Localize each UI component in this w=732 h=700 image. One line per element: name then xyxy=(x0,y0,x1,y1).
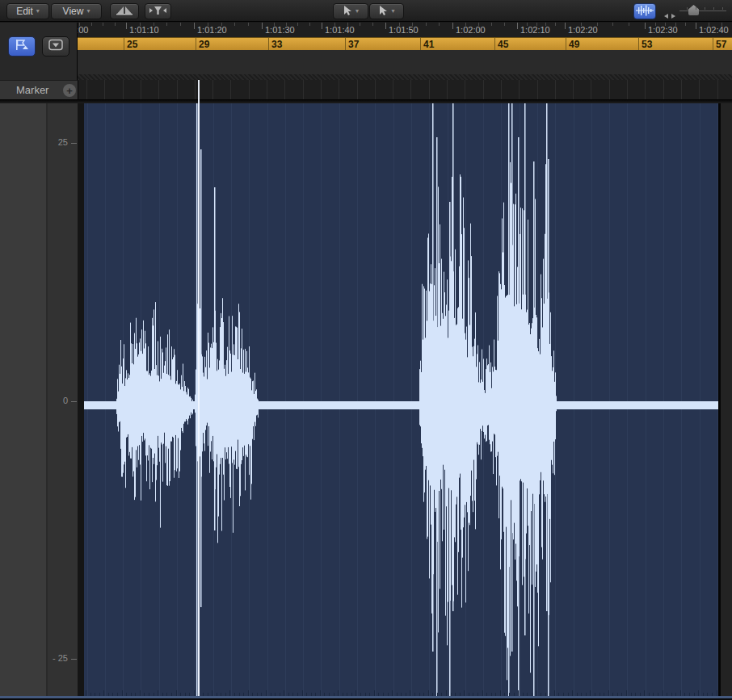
crossfade-tool-button[interactable] xyxy=(110,3,139,19)
add-marker-button[interactable]: + xyxy=(63,84,76,97)
marker-lane-gridline xyxy=(410,80,411,99)
zoom-slider-track[interactable] xyxy=(679,10,726,11)
bar-ruler-label: 57 xyxy=(716,39,726,50)
time-ruler-minor-tick xyxy=(655,23,656,26)
time-ruler-minor-tick xyxy=(685,23,686,26)
marker-lane-gridline xyxy=(375,80,376,99)
time-ruler-minor-tick xyxy=(426,23,427,26)
time-ruler-minor-tick xyxy=(465,23,466,26)
marker-lane-gridline xyxy=(483,80,484,99)
zoom-slider-tick xyxy=(687,7,688,10)
time-ruler-tick xyxy=(126,23,127,29)
time-ruler-minor-tick xyxy=(545,23,546,26)
track-disclosure-button[interactable] xyxy=(42,36,69,57)
marker-lane-gridline xyxy=(699,80,700,99)
command-click-tool-button[interactable]: ▾ xyxy=(369,3,404,19)
marker-lane-gridline xyxy=(681,80,682,99)
zoom-slider-tick xyxy=(722,7,723,10)
marker-lane-gridline xyxy=(501,80,502,99)
marker-lane-gridline xyxy=(519,80,520,99)
time-ruler-tick xyxy=(645,23,646,29)
marker-lane-gridline xyxy=(537,80,538,99)
waveform-display[interactable] xyxy=(84,103,718,696)
amplitude-scale-label: - 25 xyxy=(0,653,68,663)
marker-lane-gridline xyxy=(429,80,430,99)
pointer-icon xyxy=(378,5,388,19)
playhead[interactable] xyxy=(198,80,200,696)
time-ruler-minor-tick xyxy=(297,23,298,26)
bar-ruler[interactable]: 252933374145495357 xyxy=(78,37,732,50)
bar-ruler-label: 45 xyxy=(498,39,508,50)
marker-lane-gridline xyxy=(555,80,556,99)
amplitude-scale-dash xyxy=(71,143,77,144)
marker-lane-gridline xyxy=(195,80,196,99)
view-menu-button[interactable]: View ▾ xyxy=(51,3,102,19)
time-ruler-label: 1:02:30 xyxy=(648,25,678,35)
edit-menu-label: Edit xyxy=(16,6,33,17)
catch-playhead-button[interactable] xyxy=(145,3,171,19)
marker-lane-gridline xyxy=(158,80,159,99)
marker-lane-gridline xyxy=(663,80,664,99)
bar-ruler-tick xyxy=(420,38,421,50)
marker-lane-gridline xyxy=(573,80,574,99)
time-ruler-minor-tick xyxy=(166,23,167,26)
time-ruler-label: 1:01:10 xyxy=(129,25,159,35)
chevron-down-icon: ▾ xyxy=(355,8,359,15)
amplitude-scale-label: 25 xyxy=(0,137,68,147)
time-ruler-minor-tick xyxy=(665,23,666,26)
time-ruler-minor-tick xyxy=(439,23,440,26)
bar-ruler-tick xyxy=(345,38,346,50)
time-ruler-minor-tick xyxy=(597,23,598,26)
time-ruler-minor-tick xyxy=(334,23,335,26)
time-ruler-minor-tick xyxy=(208,23,208,26)
time-ruler-minor-tick xyxy=(180,23,181,26)
time-ruler-tick xyxy=(452,23,453,29)
scale-wave-divider xyxy=(78,103,84,696)
time-ruler[interactable]: 1:001:01:101:01:201:01:301:01:401:01:501… xyxy=(78,23,732,37)
marker-lane-gridline xyxy=(284,80,285,99)
time-ruler-minor-tick xyxy=(221,23,222,26)
time-ruler-minor-tick xyxy=(612,23,613,26)
bar-ruler-tick xyxy=(566,38,566,50)
time-ruler-label: 1:01:30 xyxy=(265,25,295,35)
left-click-tool-button[interactable]: ▾ xyxy=(333,3,368,19)
region-row: ▶ Lägger mig ner_2#03.1 xyxy=(78,50,732,74)
time-ruler-label: 1:01:20 xyxy=(197,25,227,35)
bar-ruler-tick xyxy=(494,38,495,50)
right-gutter xyxy=(721,103,732,696)
time-ruler-minor-tick xyxy=(154,23,154,26)
marker-lane-gridline xyxy=(104,80,105,99)
waveform-zoom-button[interactable] xyxy=(633,3,656,19)
amplitude-scale-label: 0 xyxy=(0,396,68,405)
zoom-slider-thumb[interactable] xyxy=(688,5,699,15)
time-ruler-minor-tick xyxy=(115,23,116,26)
edit-menu-button[interactable]: Edit ▾ xyxy=(6,3,49,19)
marker-lane-gridline xyxy=(357,80,358,99)
show-marker-track-button[interactable] xyxy=(8,36,36,57)
time-ruler-minor-tick xyxy=(79,23,80,26)
time-ruler-minor-tick xyxy=(360,23,360,26)
time-ruler-label: 1:00 xyxy=(78,25,88,35)
zoom-slider-tick xyxy=(713,7,714,10)
marker-lane-gridline xyxy=(447,80,448,99)
marker-lane-gridline xyxy=(230,80,231,99)
marker-flag-icon xyxy=(14,39,30,54)
marker-lane[interactable] xyxy=(78,80,732,99)
time-ruler-minor-tick xyxy=(91,23,92,26)
marker-lane-gridline xyxy=(123,80,124,99)
marker-lane-gridline xyxy=(303,80,304,99)
marker-lane-gridline xyxy=(86,80,87,99)
view-menu-label: View xyxy=(63,6,84,17)
time-ruler-minor-tick xyxy=(536,23,537,26)
time-ruler-label: 1:02:00 xyxy=(456,25,486,35)
funnel-icon xyxy=(149,5,166,19)
time-ruler-minor-tick xyxy=(372,23,373,26)
marker-lane-gridline xyxy=(591,80,591,99)
time-ruler-minor-tick xyxy=(274,23,275,26)
time-ruler-label: 1:01:40 xyxy=(325,25,355,35)
chevron-down-icon: ▾ xyxy=(391,8,394,15)
time-ruler-label: 1:01:50 xyxy=(389,25,419,35)
time-ruler-minor-tick xyxy=(478,23,479,26)
toolbar: Edit ▾ View ▾ xyxy=(0,0,732,22)
time-ruler-minor-tick xyxy=(248,23,249,26)
